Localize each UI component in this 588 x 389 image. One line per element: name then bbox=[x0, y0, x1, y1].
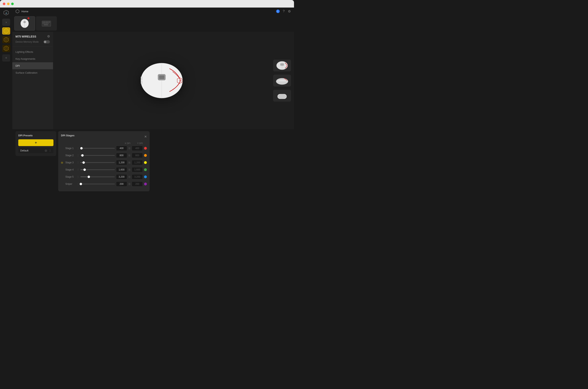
device-tab-keyboard[interactable] bbox=[36, 16, 57, 31]
preset-default-row: Default ◎ ⋮ bbox=[18, 148, 53, 153]
add-preset-button[interactable]: + bbox=[18, 139, 53, 146]
svg-point-36 bbox=[278, 94, 287, 99]
hex-active-icon bbox=[3, 28, 9, 33]
stage-x-dpi-input-2[interactable] bbox=[116, 153, 127, 158]
stage-y-dpi-input-4[interactable] bbox=[132, 167, 143, 172]
thumb-top-view[interactable] bbox=[273, 60, 291, 71]
stage-link-icon-4[interactable]: ⛓ bbox=[128, 168, 131, 171]
svg-text:✦: ✦ bbox=[179, 80, 180, 82]
stage-x-dpi-input-6[interactable] bbox=[116, 181, 127, 187]
svg-text:⚓: ⚓ bbox=[5, 12, 7, 14]
stage-drag-handle-4[interactable]: ⋮ bbox=[77, 168, 79, 171]
bottom-panels: DPI Presets + Default ◎ ⋮ DPI Stages ✕ bbox=[12, 129, 294, 194]
dpi-stages-close-button[interactable]: ✕ bbox=[144, 135, 147, 138]
device-settings-icon[interactable]: ⚙ bbox=[47, 34, 50, 38]
svg-rect-16 bbox=[47, 22, 48, 22]
stage-drag-handle-1[interactable]: ⋮ bbox=[77, 147, 79, 150]
add-profile-button[interactable]: + bbox=[2, 54, 10, 62]
stage-link-icon-1[interactable]: ⛓ bbox=[128, 147, 131, 149]
nav-corsair-logo-icon bbox=[15, 9, 19, 13]
stage-link-icon-2[interactable]: ⛓ bbox=[128, 154, 131, 157]
stage-link-icon-5[interactable]: ⛓ bbox=[128, 176, 131, 178]
stage-y-dpi-input-1[interactable] bbox=[132, 146, 143, 151]
dpi-stages-header: DPI Stages ✕ bbox=[61, 134, 147, 139]
stage-color-dot-3[interactable] bbox=[144, 161, 147, 164]
sidebar-profile-3-button[interactable] bbox=[2, 45, 10, 52]
thumb-top-icon bbox=[275, 61, 289, 70]
stage-label-2: Stage 2 bbox=[65, 154, 76, 157]
notification-badge[interactable]: 1 bbox=[276, 9, 280, 13]
stage-color-dot-2[interactable] bbox=[144, 154, 147, 157]
device-memory-row: Device Memory Mode bbox=[12, 40, 53, 47]
svg-rect-33 bbox=[280, 63, 284, 66]
stage-y-dpi-input-6[interactable] bbox=[132, 181, 143, 187]
svg-rect-13 bbox=[42, 22, 44, 22]
stage-drag-handle-3[interactable]: ⋮ bbox=[77, 161, 79, 164]
stage-drag-handle-6[interactable]: ⋮ bbox=[77, 183, 79, 185]
thumb-side-icon bbox=[275, 76, 289, 85]
stage-y-dpi-input-3[interactable] bbox=[132, 160, 143, 165]
stage-color-dot-4[interactable] bbox=[144, 168, 147, 171]
title-bar bbox=[0, 0, 294, 7]
thumb-side-view[interactable] bbox=[273, 75, 291, 87]
thumb-front-view[interactable] bbox=[273, 90, 291, 102]
stage-color-dot-1[interactable] bbox=[144, 147, 147, 150]
sidebar-collapse-button[interactable]: › bbox=[2, 19, 10, 26]
stage-x-dpi-input-4[interactable] bbox=[116, 167, 127, 172]
sidebar-profile-2-button[interactable] bbox=[2, 36, 10, 43]
preset-more-icon[interactable]: ⋮ bbox=[49, 149, 51, 152]
stages-container: Stage 1⋮⛓ Stage 2⋮⛓◎Stage 3⋮⛓ Stage 4⋮⛓ … bbox=[61, 146, 147, 187]
svg-point-7 bbox=[5, 47, 7, 49]
stage-x-dpi-input-1[interactable] bbox=[116, 146, 127, 151]
stage-drag-handle-2[interactable]: ⋮ bbox=[77, 154, 79, 157]
svg-marker-6 bbox=[4, 46, 8, 51]
close-window-button[interactable] bbox=[3, 2, 5, 5]
divider bbox=[12, 47, 53, 47]
left-panel: M75 WIRELESS ⚙ Device Memory Mode Lighti… bbox=[12, 32, 53, 129]
stage-y-dpi-input-5[interactable] bbox=[132, 174, 143, 179]
dpi-presets-title: DPI Presets bbox=[18, 134, 53, 137]
right-thumbnails bbox=[270, 32, 294, 129]
device-tab-mouse[interactable] bbox=[14, 16, 35, 31]
minimize-window-button[interactable] bbox=[7, 2, 9, 5]
svg-rect-20 bbox=[46, 23, 47, 24]
stage-color-dot-6[interactable] bbox=[144, 183, 147, 185]
settings-icon[interactable]: ⚙ bbox=[288, 9, 291, 13]
menu-item-key-assignments[interactable]: Key Assignments bbox=[12, 55, 53, 62]
stage-color-dot-5[interactable] bbox=[144, 175, 147, 178]
corsair-logo-icon: ⚓ bbox=[3, 10, 9, 15]
maximize-window-button[interactable] bbox=[11, 2, 14, 5]
stage-x-dpi-input-3[interactable] bbox=[116, 160, 127, 165]
stage-slider-4[interactable] bbox=[80, 169, 115, 170]
stage-drag-handle-5[interactable]: ⋮ bbox=[77, 175, 79, 178]
preset-target-icon[interactable]: ◎ bbox=[45, 149, 47, 152]
device-memory-toggle[interactable] bbox=[43, 40, 50, 43]
stage-slider-1[interactable] bbox=[80, 148, 115, 149]
menu-item-lighting[interactable]: Lighting Effects bbox=[12, 48, 53, 55]
top-nav-right: 1 ? ⚙ bbox=[276, 9, 291, 13]
svg-rect-15 bbox=[46, 22, 47, 22]
x-dpi-label: X DPI bbox=[125, 142, 131, 144]
stage-y-dpi-input-2[interactable] bbox=[132, 153, 143, 158]
stage-link-icon-3[interactable]: ⛓ bbox=[128, 161, 131, 164]
center-area: ✦ bbox=[53, 32, 294, 129]
battery-indicator bbox=[27, 17, 29, 19]
stage-slider-3[interactable] bbox=[80, 162, 115, 163]
mouse-preview-canvas: ✦ bbox=[53, 32, 270, 129]
stage-slider-2[interactable] bbox=[80, 155, 115, 156]
stage-slider-5[interactable] bbox=[80, 176, 115, 177]
mouse-tab-thumbnail bbox=[19, 18, 30, 28]
menu-item-dpi[interactable]: DPI bbox=[12, 62, 53, 69]
main-content-row: M75 WIRELESS ⚙ Device Memory Mode Lighti… bbox=[12, 32, 294, 129]
stage-row-6: Sniper⋮⛓ bbox=[61, 181, 147, 187]
home-nav-label[interactable]: Home bbox=[21, 10, 28, 13]
menu-item-surface-calibration[interactable]: Surface Calibration bbox=[12, 69, 53, 76]
svg-rect-22 bbox=[44, 24, 48, 25]
stage-slider-6[interactable] bbox=[80, 184, 115, 184]
sidebar-profile-1-button[interactable] bbox=[2, 27, 10, 34]
help-icon[interactable]: ? bbox=[283, 9, 285, 13]
stage-link-icon-6[interactable]: ⛓ bbox=[128, 183, 131, 185]
stage-row-4: Stage 4⋮⛓ bbox=[61, 167, 147, 172]
stage-x-dpi-input-5[interactable] bbox=[116, 174, 127, 179]
thumb-front-icon bbox=[275, 91, 289, 100]
